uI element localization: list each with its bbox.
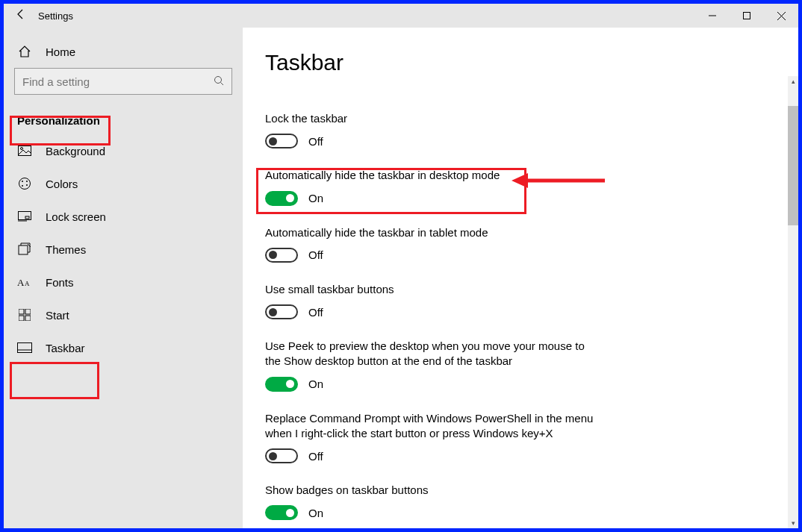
svg-point-11 xyxy=(22,185,23,187)
titlebar: Settings xyxy=(4,4,798,28)
fonts-icon: AA xyxy=(17,276,32,288)
sidebar-item-label: Lock screen xyxy=(46,210,106,223)
scrollbar[interactable]: ▴ ▾ xyxy=(788,76,798,528)
svg-rect-14 xyxy=(25,216,29,219)
sidebar-item-lock-screen[interactable]: Lock screen xyxy=(4,200,243,233)
setting-label: Use Peek to preview the desktop when you… xyxy=(265,339,601,369)
setting-label: Automatically hide the taskbar in deskto… xyxy=(265,168,601,183)
search-input[interactable] xyxy=(22,75,204,88)
sidebar-item-label: Fonts xyxy=(46,276,74,289)
sidebar-item-themes[interactable]: Themes xyxy=(4,233,243,266)
svg-line-5 xyxy=(221,82,224,85)
sidebar-item-background[interactable]: Background xyxy=(4,134,243,167)
svg-rect-23 xyxy=(18,343,32,353)
setting-item: Replace Command Prompt with Windows Powe… xyxy=(265,411,601,464)
close-button[interactable] xyxy=(764,4,798,28)
svg-text:A: A xyxy=(17,277,25,288)
setting-label: Show badges on taskbar buttons xyxy=(265,483,601,498)
sidebar-item-colors[interactable]: Colors xyxy=(4,167,243,200)
setting-item: Show badges on taskbar buttonsOn xyxy=(265,483,601,520)
home-label: Home xyxy=(46,46,75,58)
svg-point-10 xyxy=(26,181,28,182)
sidebar-item-start[interactable]: Start xyxy=(4,298,243,331)
setting-label: Use small taskbar buttons xyxy=(265,282,601,297)
toggle-switch[interactable] xyxy=(265,248,298,263)
svg-rect-1 xyxy=(744,13,750,19)
taskbar-icon xyxy=(17,342,32,353)
scroll-down-icon[interactable]: ▾ xyxy=(788,518,798,528)
background-icon xyxy=(17,145,32,156)
toggle-switch[interactable] xyxy=(265,448,298,463)
scroll-thumb[interactable] xyxy=(788,106,798,225)
toggle-state-label: On xyxy=(308,378,323,390)
toggle-state-label: On xyxy=(308,192,323,204)
scroll-up-icon[interactable]: ▴ xyxy=(788,76,798,87)
sidebar-item-label: Taskbar xyxy=(46,342,85,354)
setting-label: Replace Command Prompt with Windows Powe… xyxy=(265,411,601,442)
content-area: Taskbar Lock the taskbarOffAutomatically… xyxy=(243,28,798,528)
maximize-button[interactable] xyxy=(730,4,764,28)
themes-icon xyxy=(17,242,32,256)
svg-rect-20 xyxy=(25,309,31,314)
sidebar-item-label: Colors xyxy=(46,178,78,190)
setting-item: Lock the taskbarOff xyxy=(265,111,601,148)
svg-point-4 xyxy=(215,76,222,83)
toggle-switch[interactable] xyxy=(265,191,298,206)
section-header: Personalization xyxy=(4,107,243,134)
colors-icon xyxy=(17,177,32,190)
toggle-switch[interactable] xyxy=(265,304,298,319)
setting-label: Lock the taskbar xyxy=(265,111,601,126)
minimize-button[interactable] xyxy=(695,4,730,28)
svg-point-9 xyxy=(22,181,23,182)
svg-text:A: A xyxy=(25,280,30,287)
sidebar: Home Personalization BackgroundColorsLoc… xyxy=(4,28,243,528)
setting-item: Use Peek to preview the desktop when you… xyxy=(265,339,601,392)
svg-rect-22 xyxy=(25,316,31,321)
toggle-switch[interactable] xyxy=(265,377,298,392)
sidebar-item-fonts[interactable]: AAFonts xyxy=(4,266,243,298)
home-nav[interactable]: Home xyxy=(4,35,243,68)
search-icon xyxy=(214,75,224,88)
setting-item: Automatically hide the taskbar in deskto… xyxy=(265,168,601,205)
svg-rect-6 xyxy=(19,146,31,156)
start-icon xyxy=(17,309,32,321)
search-box[interactable] xyxy=(14,68,232,95)
svg-point-12 xyxy=(26,184,28,186)
setting-item: Automatically hide the taskbar in tablet… xyxy=(265,225,601,263)
svg-point-7 xyxy=(21,148,23,150)
toggle-state-label: Off xyxy=(308,248,323,261)
setting-label: Automatically hide the taskbar in tablet… xyxy=(265,225,601,240)
back-button[interactable] xyxy=(4,8,38,23)
lockscreen-icon xyxy=(17,211,32,222)
toggle-state-label: On xyxy=(308,507,323,519)
svg-rect-19 xyxy=(19,309,24,314)
sidebar-item-label: Background xyxy=(46,145,105,157)
toggle-state-label: Off xyxy=(308,450,323,463)
sidebar-item-label: Start xyxy=(46,309,69,322)
svg-point-8 xyxy=(19,178,31,190)
toggle-state-label: Off xyxy=(308,306,323,319)
window-title: Settings xyxy=(38,10,73,22)
sidebar-item-label: Themes xyxy=(46,243,86,256)
sidebar-item-taskbar[interactable]: Taskbar xyxy=(4,331,243,364)
home-icon xyxy=(17,45,32,58)
svg-rect-21 xyxy=(19,316,24,321)
page-title: Taskbar xyxy=(265,50,798,75)
setting-item: Use small taskbar buttonsOff xyxy=(265,282,601,319)
toggle-state-label: Off xyxy=(308,135,323,148)
svg-rect-16 xyxy=(19,245,28,254)
toggle-switch[interactable] xyxy=(265,505,298,520)
toggle-switch[interactable] xyxy=(265,134,298,148)
